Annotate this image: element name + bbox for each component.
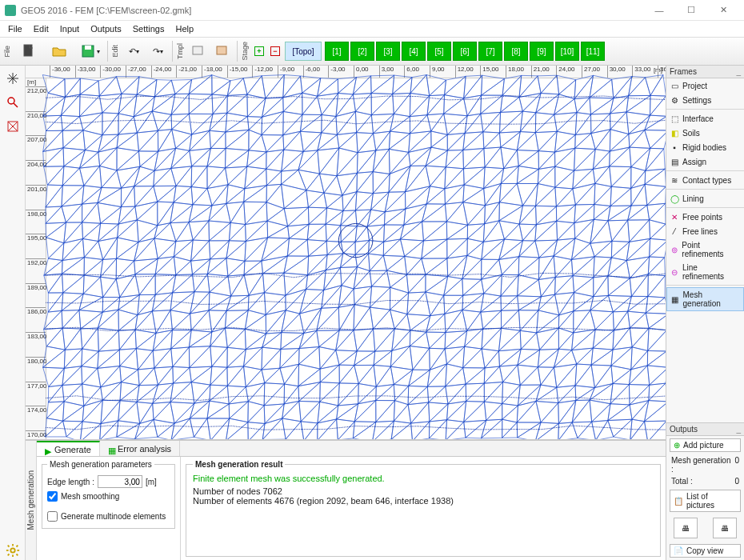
frame-item-ptref[interactable]: ⊚Point refinements: [666, 238, 744, 261]
stage-button-5[interactable]: [5]: [427, 42, 451, 61]
result-elements-text: Number of elements 4676 (region 2092, be…: [193, 496, 654, 506]
svg-line-16: [7, 554, 9, 556]
edge-length-label: Edge length :: [47, 478, 94, 486]
frame-item-interface[interactable]: ⬚Interface: [666, 111, 744, 126]
stage-button-1[interactable]: [1]: [325, 42, 349, 61]
params-legend: Mesh generation parameters: [47, 460, 154, 469]
svg-rect-2: [85, 46, 91, 50]
frame-item-lining[interactable]: ◯Lining: [666, 191, 744, 206]
svg-rect-0: [24, 45, 32, 56]
contact-icon: ≋: [670, 175, 679, 185]
menu-bar: FileEditInputOutputsSettingsHelp: [0, 21, 744, 37]
mesh-smoothing-checkbox[interactable]: [47, 491, 58, 502]
window-close-button[interactable]: ✕: [707, 1, 739, 20]
frame-item-lnref[interactable]: ⊖Line refinements: [666, 261, 744, 283]
multinode-label: Generate multinode elements: [61, 512, 166, 521]
mesh-params-panel: Mesh generation parameters Edge length :…: [37, 457, 181, 560]
list-pictures-button[interactable]: 📋List of pictures: [670, 490, 741, 512]
outputs-minimize-button[interactable]: _: [736, 425, 741, 434]
stage-button-11[interactable]: [11]: [581, 42, 605, 61]
stage-button-7[interactable]: [7]: [478, 42, 502, 61]
printer-icon: 🖶: [682, 524, 690, 533]
frame-item-contact[interactable]: ≋Contact types: [666, 173, 744, 187]
tmpl-group-label: Tmpl: [176, 43, 184, 59]
result-legend: Mesh generation result: [193, 460, 285, 469]
frame-item-freelines[interactable]: ∕Free lines: [666, 224, 744, 238]
menu-outputs[interactable]: Outputs: [86, 22, 126, 35]
copy-view-button[interactable]: 📄Copy view: [670, 544, 741, 558]
window-maximize-button[interactable]: ☐: [675, 1, 707, 20]
frame-item-assign[interactable]: ▤Assign: [666, 154, 744, 169]
result-nodes-text: Number of nodes 7062: [193, 486, 654, 496]
menu-help[interactable]: Help: [170, 22, 198, 35]
save-file-button[interactable]: ▾: [75, 40, 104, 62]
frame-item-project[interactable]: ▭Project: [666, 78, 744, 93]
svg-rect-3: [193, 46, 202, 54]
tab-generate[interactable]: ▶Generate: [37, 441, 100, 456]
svg-line-14: [16, 554, 18, 556]
redo-button[interactable]: ↷▾: [146, 40, 169, 62]
tab-error-analysis[interactable]: ▦Error analysis: [100, 441, 180, 456]
template-1-button[interactable]: [187, 40, 210, 62]
frame-item-meshgen[interactable]: ▦Mesh generation: [666, 287, 744, 311]
frame-item-soils[interactable]: ◧Soils: [666, 126, 744, 140]
lnref-icon: ⊖: [670, 267, 679, 277]
left-toolbar: [0, 66, 26, 560]
add-picture-icon: ⊕: [674, 441, 680, 450]
open-file-button[interactable]: [45, 40, 74, 62]
frame-item-settings[interactable]: ⚙Settings: [666, 93, 744, 107]
main-toolbar: File ▾ Edit ↶▾ ↷▾ Tmpl Stage + − [Topo] …: [0, 37, 744, 66]
outputs-header: Outputs _: [666, 423, 744, 436]
undo-button[interactable]: ↶▾: [122, 40, 145, 62]
frames-header: Frames _: [666, 66, 744, 78]
new-file-button[interactable]: [14, 40, 43, 62]
edge-length-input[interactable]: [98, 475, 142, 488]
soils-icon: ◧: [670, 128, 679, 138]
mesh-result-panel: Mesh generation result Finite element me…: [181, 457, 666, 560]
stage-button-10[interactable]: [10]: [555, 42, 579, 61]
stage-button-4[interactable]: [4]: [402, 42, 426, 61]
mesh-gen-count: 0: [734, 456, 739, 474]
multinode-checkbox[interactable]: [47, 511, 58, 522]
pan-tool-button[interactable]: [3, 69, 22, 88]
menu-settings[interactable]: Settings: [128, 22, 170, 35]
print-button-2[interactable]: 🖶: [713, 518, 737, 538]
stage-button-8[interactable]: [8]: [504, 42, 528, 61]
file-group-label: File: [3, 46, 11, 58]
window-minimize-button[interactable]: ―: [643, 1, 675, 20]
project-icon: ▭: [670, 81, 679, 90]
remove-stage-button[interactable]: −: [268, 40, 282, 62]
frames-minimize-button[interactable]: _: [736, 67, 741, 76]
mesh-viewport[interactable]: [m] -36,00-33,00-30,00-27,00-24,00-21,00…: [26, 66, 666, 440]
play-icon: ▶: [45, 446, 51, 453]
stage-button-2[interactable]: [2]: [350, 42, 374, 61]
menu-file[interactable]: File: [3, 22, 27, 35]
stage-topo-button[interactable]: [Topo]: [285, 42, 322, 61]
app-icon: [5, 5, 16, 16]
add-stage-button[interactable]: +: [252, 40, 266, 62]
bottom-panel: Mesh generation ▶Generate ▦Error analysi…: [26, 440, 666, 560]
rigid-icon: ▪: [670, 142, 679, 152]
frame-item-rigid[interactable]: ▪Rigid bodies: [666, 140, 744, 154]
interface-icon: ⬚: [670, 114, 679, 123]
add-picture-button[interactable]: ⊕Add picture: [670, 438, 741, 452]
assign-icon: ▤: [670, 157, 679, 166]
fit-tool-button[interactable]: [3, 117, 22, 136]
menu-input[interactable]: Input: [55, 22, 84, 35]
print-button-1[interactable]: 🖶: [674, 518, 698, 538]
stage-button-9[interactable]: [9]: [530, 42, 554, 61]
frame-item-freepts[interactable]: ✕Free points: [666, 210, 744, 224]
svg-rect-4: [217, 46, 226, 54]
settings-gear-button[interactable]: [3, 541, 22, 560]
bottom-side-label: Mesh generation: [26, 441, 37, 560]
zoom-tool-button[interactable]: [3, 93, 22, 112]
svg-line-15: [16, 546, 18, 547]
template-2-button[interactable]: [211, 40, 234, 62]
edit-group-label: Edit: [111, 45, 119, 58]
stage-button-6[interactable]: [6]: [453, 42, 477, 61]
stage-button-3[interactable]: [3]: [376, 42, 400, 61]
menu-edit[interactable]: Edit: [29, 22, 54, 35]
svg-line-13: [7, 546, 9, 547]
printer-icon: 🖶: [721, 524, 729, 533]
title-bar: GEO5 2016 - FEM [C:\FEM\screen-02.gmk] ―…: [0, 0, 744, 21]
